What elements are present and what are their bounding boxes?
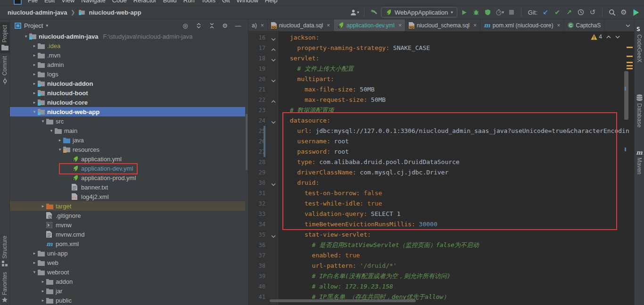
menu-navigate[interactable]: Navigate — [78, 0, 108, 4]
tree-item-java[interactable]: ▸java — [10, 135, 245, 145]
settings-button[interactable]: ⚙ — [619, 7, 628, 17]
editor-tab-CaptchaS[interactable]: CCaptchaS — [564, 19, 605, 31]
tree-item-src[interactable]: ▾src — [10, 116, 245, 126]
tree-item-.gitignore[interactable]: .gitignore — [10, 211, 245, 220]
coverage-button[interactable] — [483, 7, 493, 17]
code-editor[interactable]: jackson: property-naming-strategy: SNAKE… — [278, 32, 634, 305]
tree-item-niucloud-web-app[interactable]: ▾niucloud-web-app — [10, 107, 245, 116]
menu-code[interactable]: Code — [109, 0, 130, 4]
tool-stripe-project[interactable]: Project — [0, 22, 9, 53]
run-configuration-select[interactable]: WebAppApplication ▾ — [381, 7, 457, 17]
tree-item-mvnw.cmd[interactable]: mvnw.cmd — [10, 230, 245, 239]
editor-tab-pom.xml-niucloud-core-[interactable]: mpom.xml (niucloud-core)× — [480, 19, 564, 31]
error-stripe-warning-mark[interactable] — [627, 68, 633, 69]
breadcrumb-root[interactable]: niucloud-admin-java — [8, 9, 67, 16]
menu-refactor[interactable]: Refactor — [130, 0, 160, 4]
tree-item-public[interactable]: ▸public — [10, 296, 245, 305]
chevron-right-icon[interactable]: ▸ — [31, 62, 38, 67]
debug-button[interactable] — [471, 7, 481, 17]
close-icon[interactable]: × — [557, 22, 561, 29]
chevron-down-icon[interactable]: ▾ — [40, 119, 46, 124]
error-stripe-change-mark[interactable] — [625, 148, 626, 151]
git-update-button[interactable]: ↙ — [541, 7, 550, 17]
tree-item-application-prod.yml[interactable]: application-prod.yml — [10, 173, 245, 182]
tree-item-webroot[interactable]: ▾webroot — [10, 267, 245, 277]
tree-item-.mvn[interactable]: ▸.mvn — [10, 50, 245, 60]
editor-vscrollbar[interactable] — [624, 71, 628, 120]
menu-view[interactable]: View — [58, 0, 78, 4]
project-scrollbar[interactable] — [246, 114, 248, 170]
profiler-button[interactable]: ▾ — [495, 7, 504, 17]
tree-item-.idea[interactable]: ▸.idea — [10, 41, 245, 50]
tree-item-addon[interactable]: ▸addon — [10, 277, 245, 286]
chevron-right-icon[interactable]: ▸ — [31, 81, 38, 86]
editor-tab-niucloud-schema.sql[interactable]: SQLniucloud_schema.sql× — [405, 19, 480, 31]
user-account-button[interactable]: ▾ — [350, 7, 359, 17]
chevron-down-icon[interactable]: ▾ — [57, 147, 63, 152]
chevron-right-icon[interactable]: ▸ — [31, 91, 38, 95]
editor-tab-application-dev.yml[interactable]: application-dev.yml× — [334, 19, 405, 31]
chevron-right-icon[interactable]: ▸ — [40, 279, 46, 284]
run-button[interactable] — [460, 7, 469, 17]
tool-stripe-maven[interactable]: mMaven — [635, 147, 644, 177]
tree-item-logs[interactable]: ▸logs — [10, 69, 245, 79]
tree-item-banner.txt[interactable]: banner.txt — [10, 182, 245, 192]
panel-settings-button[interactable]: ⚙ — [220, 20, 230, 31]
tree-item-niucloud-admin-java[interactable]: ▾niucloud-admin-javaF:\studyjava\niuclou… — [10, 32, 245, 41]
tree-item-target[interactable]: ▸target — [10, 201, 245, 211]
menu-build[interactable]: Build — [160, 0, 180, 4]
chevron-down-icon[interactable]: ▾ — [31, 270, 38, 274]
tree-item-admin[interactable]: ▸admin — [10, 60, 245, 69]
tree-item-application.yml[interactable]: application.yml — [10, 154, 245, 164]
tree-item-niucloud-addon[interactable]: ▸niucloud-addon — [10, 79, 245, 88]
hide-panel-button[interactable]: — — [233, 20, 243, 31]
tree-item-log4j2.xml[interactable]: <>log4j2.xml — [10, 192, 245, 201]
tree-item-main[interactable]: ▾main — [10, 126, 245, 135]
prev-warning-button[interactable] — [606, 35, 611, 39]
chevron-right-icon[interactable]: ▸ — [31, 260, 38, 265]
plugin-gradient-button[interactable] — [631, 7, 640, 17]
chevron-right-icon[interactable]: ▸ — [31, 100, 38, 105]
chevron-down-icon[interactable]: ▾ — [46, 23, 48, 28]
rollback-button[interactable]: ↺ — [588, 7, 597, 17]
tree-item-web[interactable]: ▸web — [10, 258, 245, 267]
error-stripe-warning-mark[interactable] — [627, 65, 633, 66]
chevron-right-icon[interactable]: ▸ — [31, 72, 38, 76]
close-icon[interactable]: × — [473, 22, 477, 29]
tool-stripe-codegeex[interactable]: SCodeGeeX — [635, 22, 644, 65]
error-stripe-warning-mark[interactable] — [627, 56, 633, 57]
tree-item-jar[interactable]: ▸jar — [10, 286, 245, 296]
chevron-down-icon[interactable]: ▾ — [31, 109, 38, 114]
menu-git[interactable]: Git — [219, 0, 233, 4]
tool-stripe-database[interactable]: Database — [635, 91, 644, 130]
menu-help[interactable]: Help — [262, 0, 281, 4]
breadcrumb-current[interactable]: niucloud-web-app — [89, 9, 141, 16]
menu-file[interactable]: File — [25, 0, 41, 4]
error-stripe-change-mark[interactable] — [625, 87, 626, 91]
tree-item-pom.xml[interactable]: mpom.xml — [10, 239, 245, 248]
hidden-tabs-button[interactable] — [626, 22, 630, 29]
tree-item-niucloud-boot[interactable]: ▸niucloud-boot — [10, 88, 245, 98]
chevron-down-icon[interactable]: ▾ — [48, 128, 55, 133]
tool-stripe-structure[interactable]: Structure — [0, 233, 9, 269]
close-icon[interactable]: × — [327, 22, 330, 29]
tool-stripe-favorites[interactable]: Favorites — [0, 269, 9, 305]
stop-button[interactable] — [507, 7, 516, 17]
editor-tab-a-[interactable]: a)× — [248, 19, 268, 31]
tree-item-application-dev.yml[interactable]: application-dev.yml — [10, 164, 245, 173]
tree-item-niucloud-core[interactable]: ▸niucloud-core — [10, 98, 245, 107]
chevron-right-icon[interactable]: ▸ — [31, 43, 38, 48]
menu-window[interactable]: Window — [233, 0, 262, 4]
chevron-right-icon[interactable]: ▸ — [40, 204, 46, 208]
close-icon[interactable]: × — [398, 22, 402, 29]
editor-hscrollbar[interactable] — [270, 299, 416, 302]
editor-tab-niucloud-data.sql[interactable]: SQLniucloud_data.sql× — [268, 19, 334, 31]
menu-edit[interactable]: Edit — [41, 0, 58, 4]
project-panel-title[interactable]: Project — [24, 22, 43, 29]
menu-tools[interactable]: Tools — [198, 0, 219, 4]
chevron-right-icon[interactable]: ▸ — [40, 298, 46, 303]
error-stripe-warning-mark[interactable] — [627, 62, 633, 63]
git-commit-button[interactable]: ✔ — [553, 7, 562, 17]
collapse-all-button[interactable] — [206, 20, 217, 31]
expand-all-button[interactable] — [193, 20, 204, 31]
